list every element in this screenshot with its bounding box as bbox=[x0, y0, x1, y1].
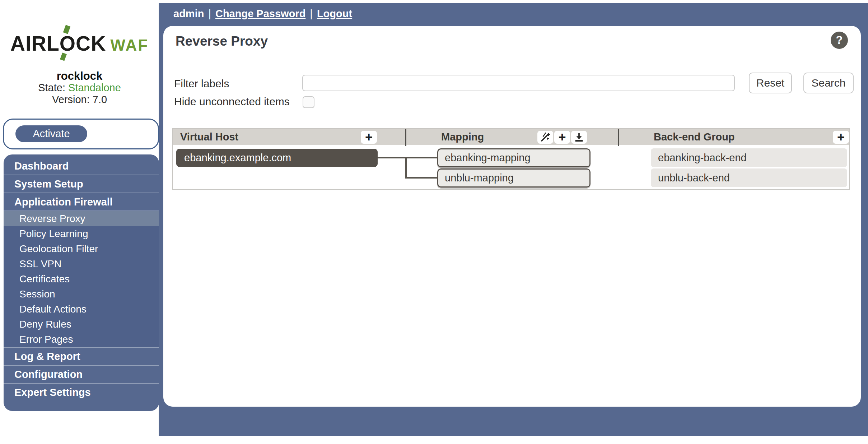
sidebar-item-dashboard[interactable]: Dashboard bbox=[4, 157, 159, 175]
airlock-waf-screen: admin|Change Password|Logout AIRLOCKWAF … bbox=[0, 0, 868, 444]
state-value: Standalone bbox=[68, 82, 121, 93]
logo-text-prefix: AIRL bbox=[10, 32, 60, 55]
sidebar-item-geolocation-filter[interactable]: Geolocation Filter bbox=[4, 241, 159, 256]
connector-line bbox=[405, 177, 437, 179]
hostname: rocklock bbox=[0, 70, 159, 83]
column-header-virtual-host: Virtual Host bbox=[180, 129, 238, 145]
sidebar-item-reverse-proxy[interactable]: Reverse Proxy bbox=[4, 211, 159, 226]
sidebar-item-ssl-vpn[interactable]: SSL VPN bbox=[4, 256, 159, 272]
help-icon[interactable]: ? bbox=[831, 32, 848, 49]
auto-mapping-wand-button[interactable] bbox=[537, 131, 553, 144]
user-session-bar: admin|Change Password|Logout bbox=[173, 6, 352, 21]
virtual-host-node[interactable]: ebanking.example.com bbox=[176, 149, 378, 167]
download-icon bbox=[574, 132, 584, 143]
plus-icon: + bbox=[558, 132, 566, 143]
sidebar-item-expert-settings[interactable]: Expert Settings bbox=[4, 384, 159, 401]
logo-o-glyph: O bbox=[60, 32, 76, 55]
hide-unconnected-label: Hide unconnected items bbox=[174, 93, 290, 110]
board-header: Virtual Host Mapping Back-end Group + bbox=[173, 129, 849, 145]
column-header-backend-group: Back-end Group bbox=[654, 129, 735, 145]
logo-product-name: WAF bbox=[110, 36, 149, 54]
plus-icon: + bbox=[365, 132, 373, 143]
sidebar-item-default-actions[interactable]: Default Actions bbox=[4, 302, 159, 317]
sidebar-item-deny-rules[interactable]: Deny Rules bbox=[4, 317, 159, 332]
change-password-link[interactable]: Change Password bbox=[215, 8, 305, 19]
column-header-mapping: Mapping bbox=[441, 129, 484, 145]
separator: | bbox=[305, 8, 317, 19]
sidebar-item-configuration[interactable]: Configuration bbox=[4, 366, 159, 383]
page-title: Reverse Proxy bbox=[176, 34, 268, 49]
import-mapping-button[interactable] bbox=[571, 131, 587, 144]
sidebar-menu: Dashboard System Setup Application Firew… bbox=[4, 154, 159, 411]
add-backend-group-button[interactable]: + bbox=[833, 131, 849, 144]
application-firewall-submenu: Reverse Proxy Policy Learning Geolocatio… bbox=[4, 211, 159, 347]
magic-wand-icon bbox=[540, 132, 551, 143]
state-label: State: bbox=[38, 82, 65, 93]
logo-text-suffix: CK bbox=[76, 32, 106, 55]
version-label: Version: bbox=[52, 94, 90, 105]
filter-labels-input[interactable] bbox=[302, 75, 735, 91]
reset-button[interactable]: Reset bbox=[749, 73, 792, 93]
hide-unconnected-checkbox[interactable] bbox=[303, 96, 314, 108]
column-divider bbox=[618, 129, 619, 146]
sidebar-item-application-firewall[interactable]: Application Firewall bbox=[4, 193, 159, 211]
column-divider bbox=[405, 129, 406, 146]
reverse-proxy-board: Virtual Host Mapping Back-end Group + bbox=[172, 128, 850, 190]
sidebar-item-log-report[interactable]: Log & Report bbox=[4, 348, 159, 365]
airlock-logo: AIRLOCKWAF bbox=[0, 32, 159, 55]
version-line: Version: 7.0 bbox=[0, 94, 159, 106]
add-virtual-host-button[interactable]: + bbox=[361, 131, 377, 144]
sidebar-item-session[interactable]: Session bbox=[4, 287, 159, 302]
activate-button[interactable]: Activate bbox=[15, 125, 87, 142]
sidebar-item-policy-learning[interactable]: Policy Learning bbox=[4, 226, 159, 241]
sidebar-item-system-setup[interactable]: System Setup bbox=[4, 175, 159, 193]
connector-line bbox=[405, 157, 407, 179]
main-panel: Reverse Proxy ? Filter labels Reset Sear… bbox=[163, 26, 861, 407]
plus-icon: + bbox=[837, 132, 845, 143]
username: admin bbox=[173, 8, 204, 19]
backend-group-node[interactable]: unblu-back-end bbox=[651, 168, 847, 187]
sidebar-item-error-pages[interactable]: Error Pages bbox=[4, 332, 159, 347]
backend-group-node[interactable]: ebanking-back-end bbox=[651, 148, 847, 167]
state-line: State: Standalone bbox=[0, 82, 159, 94]
add-mapping-button[interactable]: + bbox=[554, 131, 570, 144]
activate-frame: Activate bbox=[3, 119, 159, 149]
version-value: 7.0 bbox=[93, 94, 107, 105]
mapping-node[interactable]: unblu-mapping bbox=[437, 168, 591, 188]
logout-link[interactable]: Logout bbox=[317, 8, 352, 19]
separator: | bbox=[204, 8, 215, 19]
sidebar-item-certificates[interactable]: Certificates bbox=[4, 272, 159, 287]
connector-line bbox=[378, 157, 437, 158]
filter-labels-label: Filter labels bbox=[174, 75, 229, 92]
search-button[interactable]: Search bbox=[803, 73, 854, 93]
mapping-node[interactable]: ebanking-mapping bbox=[437, 148, 591, 167]
